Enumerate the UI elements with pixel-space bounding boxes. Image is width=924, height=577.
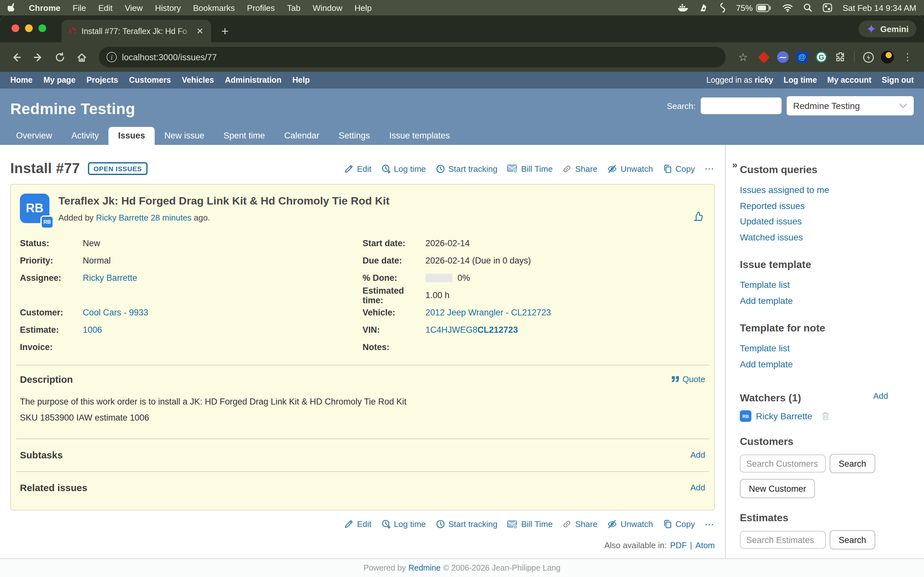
search-input[interactable]: [701, 97, 782, 114]
tab-close-icon[interactable]: ✕: [194, 26, 206, 36]
tab-activity[interactable]: Activity: [62, 127, 109, 145]
profile-avatar[interactable]: [879, 49, 896, 65]
more-actions-button-bottom[interactable]: ⋯: [704, 519, 715, 530]
extensions-puzzle-icon[interactable]: [832, 49, 849, 65]
reload-button[interactable]: [50, 47, 69, 67]
share-button[interactable]: Share: [562, 164, 598, 173]
address-bar[interactable]: i localhost:3000/issues/77: [99, 47, 726, 67]
edit-button-bottom[interactable]: Edit: [344, 520, 372, 529]
docker-icon[interactable]: [678, 3, 688, 13]
menubar-profiles[interactable]: Profiles: [247, 3, 275, 13]
search-estimates-button[interactable]: Search: [830, 530, 875, 550]
menubar-history[interactable]: History: [155, 3, 181, 13]
log-time-button[interactable]: Log time: [381, 164, 426, 173]
apple-menu-icon[interactable]: [8, 3, 17, 13]
redmine-link[interactable]: Redmine: [409, 564, 441, 572]
sidebar-link-issues-assigned[interactable]: Issues assigned to me: [740, 182, 888, 198]
add-watcher-link[interactable]: Add: [873, 391, 888, 400]
assignee-link[interactable]: Ricky Barrette: [83, 273, 137, 283]
site-info-icon[interactable]: i: [107, 52, 117, 62]
add-subtask-link[interactable]: Add: [690, 450, 705, 460]
tab-calendar[interactable]: Calendar: [275, 127, 329, 145]
spotlight-search-icon[interactable]: [803, 3, 813, 12]
wifi-icon[interactable]: [782, 3, 793, 12]
menubar-view[interactable]: View: [125, 3, 143, 13]
menubar-tab[interactable]: Tab: [287, 3, 300, 13]
quote-button[interactable]: Quote: [671, 374, 705, 384]
issue-template-list-link[interactable]: Template list: [740, 277, 888, 293]
start-tracking-button-bottom[interactable]: Start tracking: [435, 520, 497, 529]
issue-template-add-link[interactable]: Add template: [740, 293, 888, 308]
tab-new-issue[interactable]: New issue: [155, 127, 214, 145]
tab-spent-time[interactable]: Spent time: [214, 127, 275, 145]
watcher-user-link[interactable]: Ricky Barrette: [756, 411, 813, 421]
bookmark-star-icon[interactable]: ☆: [733, 47, 753, 67]
created-time-link[interactable]: 28 minutes: [151, 213, 192, 222]
unwatch-button-bottom[interactable]: Unwatch: [607, 520, 653, 529]
topmenu-administration[interactable]: Administration: [225, 76, 281, 85]
start-tracking-button[interactable]: Start tracking: [435, 164, 497, 173]
vin-link[interactable]: 1C4HJWEG8CL212723: [425, 325, 518, 335]
grammarly-icon[interactable]: G: [813, 49, 830, 65]
search-customers-input[interactable]: [740, 455, 826, 472]
author-link[interactable]: Ricky Barrette: [96, 213, 148, 222]
topmenu-sign-out[interactable]: Sign out: [882, 76, 914, 85]
topmenu-my-account[interactable]: My account: [827, 76, 871, 85]
tab-settings[interactable]: Settings: [329, 127, 380, 145]
bill-time-button-bottom[interactable]: Bill Time: [507, 520, 552, 529]
origami-app-icon[interactable]: [699, 3, 708, 13]
gemini-button[interactable]: Gemini: [859, 21, 916, 37]
delete-watcher-icon[interactable]: [821, 411, 830, 421]
atom-link[interactable]: Atom: [695, 540, 715, 550]
menubar-bookmarks[interactable]: Bookmarks: [193, 3, 235, 13]
new-customer-button[interactable]: New Customer: [740, 479, 815, 498]
tab-issue-templates[interactable]: Issue templates: [380, 127, 459, 145]
topmenu-vehicles[interactable]: Vehicles: [182, 76, 214, 85]
add-related-issue-link[interactable]: Add: [690, 483, 705, 492]
topmenu-log-time[interactable]: Log time: [783, 76, 817, 85]
sidebar-collapse-icon[interactable]: »: [732, 159, 738, 170]
menubar-help[interactable]: Help: [355, 3, 372, 13]
extension-icon-red[interactable]: [755, 49, 772, 65]
forward-button[interactable]: [28, 47, 47, 67]
note-template-add-link[interactable]: Add template: [740, 356, 888, 372]
menubar-file[interactable]: File: [73, 3, 86, 13]
menubar-window[interactable]: Window: [313, 3, 342, 13]
unwatch-button[interactable]: Unwatch: [607, 164, 653, 173]
battery-indicator[interactable]: 75%: [736, 3, 772, 13]
menubar-clock[interactable]: Sat Feb 14 9:34 AM: [843, 3, 916, 13]
copy-button-bottom[interactable]: Copy: [662, 520, 695, 529]
topmenu-projects[interactable]: Projects: [87, 76, 118, 85]
extension-icon-swirl[interactable]: ⁓: [774, 49, 791, 65]
vehicle-link[interactable]: 2012 Jeep Wrangler - CL212723: [425, 308, 551, 318]
browser-tab[interactable]: Install #77: Teraflex Jk: Hd Fo ✕: [61, 20, 211, 42]
copy-button[interactable]: Copy: [662, 164, 695, 173]
close-window-button[interactable]: [11, 24, 19, 32]
sidebar-link-watched-issues[interactable]: Watched issues: [740, 229, 888, 245]
more-actions-button[interactable]: ⋯: [704, 163, 715, 174]
project-jump-select[interactable]: Redmine Testing: [787, 96, 914, 115]
menubar-edit[interactable]: Edit: [98, 3, 113, 13]
control-center-icon[interactable]: [822, 3, 832, 12]
back-button[interactable]: [6, 47, 26, 67]
sidebar-link-reported-issues[interactable]: Reported issues: [740, 198, 888, 213]
home-button[interactable]: [72, 47, 91, 67]
edit-button[interactable]: Edit: [344, 164, 372, 173]
estimate-link[interactable]: 1006: [83, 325, 102, 335]
fullscreen-window-button[interactable]: [39, 24, 46, 32]
performance-icon[interactable]: [860, 49, 877, 65]
extension-icon-lock[interactable]: @: [794, 49, 811, 65]
chrome-menu-icon[interactable]: ⋮: [898, 47, 918, 67]
pdf-link[interactable]: PDF: [670, 540, 687, 550]
menubar-app-name[interactable]: Chrome: [29, 3, 60, 13]
ribbon-app-icon[interactable]: [719, 3, 726, 13]
tab-overview[interactable]: Overview: [6, 127, 62, 145]
share-button-bottom[interactable]: Share: [562, 520, 598, 529]
search-estimates-input[interactable]: [740, 531, 826, 549]
sidebar-link-updated-issues[interactable]: Updated issues: [740, 213, 888, 229]
bill-time-button[interactable]: Bill Time: [507, 164, 552, 173]
minimize-window-button[interactable]: [25, 24, 33, 32]
search-customers-button[interactable]: Search: [830, 454, 875, 473]
topmenu-customers[interactable]: Customers: [129, 76, 171, 85]
log-time-button-bottom[interactable]: Log time: [381, 520, 426, 529]
